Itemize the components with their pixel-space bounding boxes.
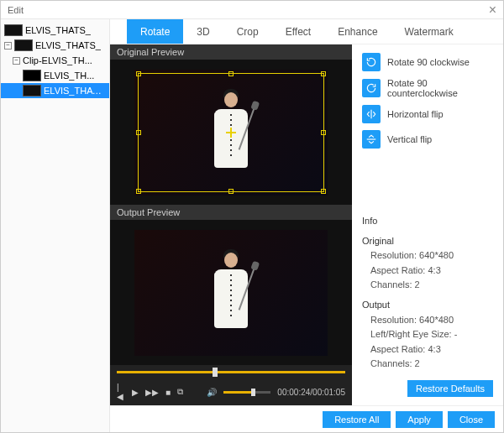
player-controls: |◀ ▶ ▶▶ ■ ⧉ 🔊 00:00:24/00:01:05	[110, 365, 352, 405]
volume-thumb[interactable]	[251, 389, 255, 396]
tree-label: ELVIS_TH...	[44, 70, 94, 81]
output-channels: Channels: 2	[362, 357, 493, 372]
output-header: Output	[362, 298, 493, 313]
crop-handle[interactable]	[321, 189, 326, 194]
volume-slider[interactable]	[223, 391, 270, 394]
content: Original Preview	[110, 44, 503, 405]
apply-button[interactable]: Apply	[396, 411, 443, 428]
crop-handle[interactable]	[136, 189, 141, 194]
output-preview-label: Output Preview	[110, 205, 352, 220]
flip-v-icon	[362, 130, 381, 149]
tree-label: Clip-ELVIS_TH...	[23, 55, 92, 65]
thumbnail-icon	[23, 70, 41, 81]
seek-bar[interactable]	[110, 365, 352, 378]
crop-handle[interactable]	[321, 130, 326, 135]
option-label: Horizontal flip	[387, 109, 444, 119]
tab-3d[interactable]: 3D	[183, 19, 223, 44]
option-label: Rotate 90 clockwise	[387, 57, 470, 67]
crop-center-icon[interactable]	[226, 128, 236, 138]
thumbnail-icon	[4, 24, 23, 36]
option-label: Rotate 90 counterclockwise	[387, 78, 493, 98]
seek-thumb[interactable]	[213, 368, 218, 377]
horizontal-flip[interactable]: Horizontal flip	[362, 105, 493, 123]
prev-button[interactable]: |◀	[117, 383, 125, 401]
rotate-ccw-icon	[362, 79, 381, 97]
original-channels: Channels: 2	[362, 278, 493, 293]
edit-window: Edit × ELVIS_THATS_ − ELVIS_THATS_ − Cli…	[0, 0, 504, 433]
output-resolution: Resolution: 640*480	[362, 313, 493, 328]
tree-label: ELVIS_THATS_	[35, 40, 101, 50]
crop-handle[interactable]	[136, 130, 141, 135]
play-button[interactable]: ▶	[132, 388, 139, 397]
thumbnail-icon	[23, 85, 41, 97]
clip-tree: ELVIS_THATS_ − ELVIS_THATS_ − Clip-ELVIS…	[1, 19, 110, 432]
tree-label: ELVIS_THATS_	[25, 25, 91, 35]
tab-watermark[interactable]: Watermark	[391, 19, 467, 44]
close-icon[interactable]: ×	[489, 3, 496, 18]
thumbnail-icon	[14, 39, 33, 51]
info-title: Info	[362, 214, 493, 229]
flip-h-icon	[362, 105, 381, 123]
window-title: Edit	[8, 5, 24, 15]
tab-rotate[interactable]: Rotate	[127, 19, 183, 44]
preview-column: Original Preview	[110, 44, 352, 405]
fwd-button[interactable]: ▶▶	[145, 388, 159, 397]
tree-item[interactable]: ELVIS_TH...	[1, 68, 109, 83]
original-resolution: Resolution: 640*480	[362, 248, 493, 263]
output-eye: Left/Right Eye Size: -	[362, 327, 493, 342]
tree-item-selected[interactable]: ELVIS_THATS_	[1, 83, 109, 98]
collapse-icon[interactable]: −	[4, 42, 12, 50]
tree-label: ELVIS_THATS_	[44, 86, 106, 96]
body: ELVIS_THATS_ − ELVIS_THATS_ − Clip-ELVIS…	[1, 19, 503, 432]
original-preview[interactable]	[110, 60, 352, 205]
rotate-cw-icon	[362, 53, 381, 71]
footer: Restore All Apply Close	[110, 405, 503, 432]
performer-figure	[206, 253, 256, 345]
crop-handle[interactable]	[321, 71, 326, 76]
tab-crop[interactable]: Crop	[223, 19, 272, 44]
info-block: Info Original Resolution: 640*480 Aspect…	[362, 209, 493, 377]
original-aspect: Aspect Ratio: 4:3	[362, 263, 493, 279]
rotate-90-cw[interactable]: Rotate 90 clockwise	[362, 53, 493, 71]
restore-all-button[interactable]: Restore All	[323, 411, 391, 428]
tree-item[interactable]: − Clip-ELVIS_TH...	[1, 53, 109, 68]
tree-item[interactable]: − ELVIS_THATS_	[1, 38, 109, 53]
snapshot-button[interactable]: ⧉	[177, 387, 183, 397]
video-frame	[134, 70, 328, 196]
main: Rotate 3D Crop Effect Enhance Watermark …	[110, 19, 503, 432]
tree-item[interactable]: ELVIS_THATS_	[1, 23, 109, 38]
option-label: Vertical flip	[387, 134, 432, 144]
titlebar: Edit ×	[1, 1, 503, 19]
options-panel: Rotate 90 clockwise Rotate 90 counterclo…	[352, 44, 503, 405]
crop-box[interactable]	[138, 73, 324, 192]
crop-handle[interactable]	[228, 189, 234, 194]
time-display: 00:00:24/00:01:05	[277, 388, 345, 397]
tab-bar: Rotate 3D Crop Effect Enhance Watermark	[110, 19, 503, 44]
crop-handle[interactable]	[136, 71, 141, 76]
vertical-flip[interactable]: Vertical flip	[362, 130, 493, 149]
crop-handle[interactable]	[228, 71, 234, 76]
volume-icon[interactable]: 🔊	[207, 388, 217, 397]
tab-effect[interactable]: Effect	[272, 19, 324, 44]
output-preview[interactable]	[110, 220, 352, 365]
output-aspect: Aspect Ratio: 4:3	[362, 342, 493, 357]
collapse-icon[interactable]: −	[13, 57, 20, 65]
close-button[interactable]: Close	[448, 411, 495, 428]
original-header: Original	[362, 234, 493, 249]
original-preview-label: Original Preview	[110, 44, 352, 60]
rotate-90-ccw[interactable]: Rotate 90 counterclockwise	[362, 78, 493, 98]
stop-button[interactable]: ■	[165, 388, 171, 397]
video-frame	[134, 230, 328, 356]
restore-defaults-button[interactable]: Restore Defaults	[407, 380, 493, 397]
tab-enhance[interactable]: Enhance	[324, 19, 391, 44]
